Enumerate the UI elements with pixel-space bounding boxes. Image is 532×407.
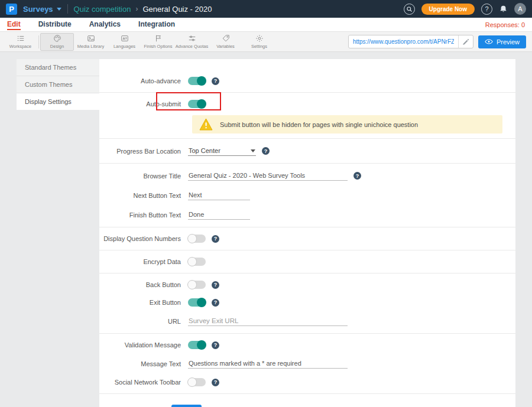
help-icon[interactable]: ? — [212, 341, 219, 349]
edit-url-pencil-icon[interactable] — [458, 35, 473, 48]
exit-button-label: Exit Button — [99, 299, 188, 306]
sidebar-item-display-settings[interactable]: Display Settings — [17, 93, 99, 110]
toggle-knob — [197, 99, 206, 109]
social-network-toolbar-toggle[interactable] — [188, 378, 206, 386]
surveys-menu-label: Surveys — [23, 5, 53, 14]
media-library-icon — [87, 34, 95, 43]
topbar-divider — [67, 4, 68, 14]
warning-triangle-icon — [199, 118, 213, 131]
browser-title-row: Browser Title ? — [99, 166, 515, 185]
breadcrumb-parent[interactable]: Quiz competition — [74, 5, 131, 14]
toolbar-advance-quotas[interactable]: Advance Quotas — [175, 33, 209, 51]
toggle-knob — [197, 76, 206, 86]
divider — [99, 163, 515, 164]
tab-integration[interactable]: Integration — [138, 19, 175, 30]
exit-button-toggle[interactable] — [188, 298, 206, 307]
toolbar-languages[interactable]: Languages — [108, 33, 141, 51]
content-area: Standard Themes Custom Themes Display Se… — [0, 52, 532, 407]
main-nav: Edit Distribute Analytics Integration Re… — [0, 18, 532, 32]
divider — [99, 138, 515, 139]
help-icon[interactable]: ? — [212, 299, 219, 307]
divider — [99, 250, 515, 250]
exit-url-label: URL — [99, 318, 188, 325]
warning-text: Submit button will be hidden for pages w… — [220, 121, 418, 128]
back-button-toggle[interactable] — [188, 281, 206, 289]
back-button-row: Back Button ? — [99, 276, 515, 294]
browser-title-input[interactable] — [188, 171, 348, 181]
encrypt-data-label: Encrypt Data — [99, 258, 188, 265]
toolbar-settings[interactable]: Settings — [242, 33, 276, 51]
logo-letter: P — [9, 5, 14, 14]
message-text-label: Message Text — [99, 360, 188, 367]
toggle-knob — [187, 280, 197, 289]
help-icon[interactable]: ? — [262, 147, 270, 155]
surveys-menu[interactable]: Surveys — [23, 5, 61, 14]
save-button[interactable]: Save — [171, 405, 202, 407]
toolbar-media-library[interactable]: Media Library — [74, 33, 108, 51]
sidebar-item-standard-themes[interactable]: Standard Themes — [17, 59, 99, 76]
display-settings-panel: Auto-advance ? Auto-submit Submit button… — [99, 59, 515, 407]
validation-message-label: Validation Message — [99, 341, 188, 349]
toolbar-separator — [38, 35, 39, 48]
browser-title-label: Browser Title — [99, 172, 188, 180]
help-icon[interactable]: ? — [353, 172, 361, 180]
search-icon[interactable] — [404, 4, 415, 15]
breadcrumb: Quiz competition › General Quiz - 2020 — [74, 5, 212, 14]
languages-icon — [121, 34, 129, 43]
message-text-input[interactable] — [188, 359, 348, 369]
back-button-label: Back Button — [99, 281, 188, 288]
topbar-actions: Upgrade Now ? A — [404, 3, 526, 15]
breadcrumb-separator-icon: › — [135, 5, 138, 13]
exit-url-input[interactable] — [188, 316, 348, 326]
sidebar-item-custom-themes[interactable]: Custom Themes — [17, 76, 99, 93]
toolbar-workspace[interactable]: Workspace — [4, 33, 37, 51]
eye-icon — [485, 39, 493, 44]
next-button-text-row: Next Button Text — [99, 185, 515, 205]
social-network-toolbar-label: Social Network Toolbar — [99, 379, 188, 386]
divider — [99, 333, 515, 334]
display-question-numbers-toggle[interactable] — [188, 235, 206, 243]
notifications-bell-icon[interactable] — [499, 5, 508, 14]
advance-quotas-icon — [188, 34, 196, 43]
auto-advance-row: Auto-advance ? — [99, 72, 515, 90]
avatar[interactable]: A — [514, 3, 526, 15]
save-row: Save — [99, 396, 515, 407]
auto-submit-label: Auto-submit — [99, 100, 188, 108]
preview-button[interactable]: Preview — [478, 35, 526, 48]
tab-distribute[interactable]: Distribute — [38, 19, 72, 30]
auto-submit-row: Auto-submit — [99, 95, 515, 113]
toggle-knob — [187, 377, 197, 387]
progress-bar-location-select[interactable]: Top Center — [188, 146, 256, 156]
divider — [99, 92, 515, 93]
toolbar-design[interactable]: Design — [40, 33, 74, 51]
progress-bar-location-label: Progress Bar Location — [99, 148, 188, 155]
finish-button-text-input[interactable] — [188, 210, 250, 220]
survey-url-input[interactable] — [349, 38, 458, 45]
toggle-knob — [187, 234, 197, 243]
top-bar: P Surveys Quiz competition › General Qui… — [0, 0, 532, 18]
validation-message-toggle[interactable] — [188, 341, 206, 349]
questionpro-logo[interactable]: P — [6, 4, 17, 15]
auto-submit-warning-banner: Submit button will be hidden for pages w… — [192, 115, 502, 134]
auto-advance-toggle[interactable] — [188, 77, 206, 85]
help-icon[interactable]: ? — [212, 77, 219, 85]
chevron-down-icon — [251, 149, 255, 152]
workspace-icon — [17, 34, 25, 43]
toolbar-finish-options[interactable]: Finish Options — [141, 33, 175, 51]
auto-advance-label: Auto-advance — [99, 77, 188, 84]
next-button-text-input[interactable] — [188, 190, 250, 200]
upgrade-now-button[interactable]: Upgrade Now — [421, 4, 475, 15]
tab-edit[interactable]: Edit — [7, 19, 21, 30]
encrypt-data-toggle[interactable] — [188, 258, 206, 266]
tab-analytics[interactable]: Analytics — [89, 19, 121, 30]
help-icon[interactable]: ? — [212, 379, 219, 386]
help-icon[interactable]: ? — [212, 281, 219, 289]
help-icon[interactable]: ? — [212, 235, 219, 243]
toggle-knob — [197, 298, 206, 307]
help-icon[interactable]: ? — [481, 4, 492, 15]
toolbar-right: Preview — [348, 35, 526, 48]
divider — [99, 227, 515, 227]
auto-submit-toggle[interactable] — [188, 100, 206, 108]
toolbar-variables[interactable]: Variables — [209, 33, 242, 51]
validation-message-row: Validation Message ? — [99, 336, 515, 354]
